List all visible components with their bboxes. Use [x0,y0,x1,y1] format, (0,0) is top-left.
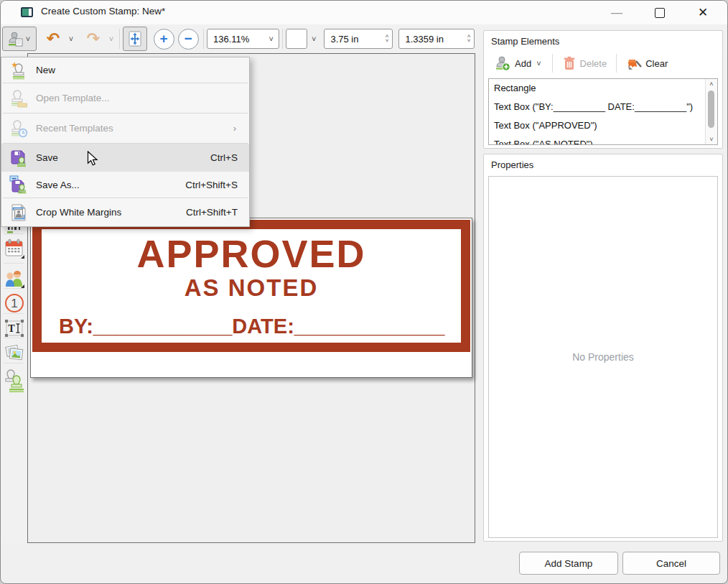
names-tool-button[interactable] [2,266,26,289]
menu-item-recent-templates[interactable]: Recent Templates › [1,113,249,143]
recent-templates-icon [4,119,33,138]
image-tool-button[interactable] [2,340,26,364]
stamp-approved-text[interactable]: APPROVED [42,234,461,273]
properties-title: Properties [484,154,722,173]
stamp-height-spinner[interactable]: 1.3359 in ˄˅ [398,29,475,49]
list-item-textbox-as-noted[interactable]: Text Box ("AS NOTED") [489,135,717,145]
properties-content: No Properties [488,176,718,538]
add-element-label: Add [515,58,531,69]
separator [119,29,120,49]
properties-panel: Properties No Properties [483,154,723,542]
stamp-elements-title: Stamp Elements [484,31,722,50]
list-item-textbox-approved[interactable]: Text Box ("APPROVED") [489,116,717,135]
menu-item-shortcut: Ctrl+Shift+T [186,207,246,218]
redo-dropdown[interactable]: ˅ [106,27,116,51]
stamp-page[interactable]: APPROVED AS NOTED BY:____________ DATE:_… [30,218,472,378]
svg-text:T: T [8,323,15,334]
stamp-rectangle-element[interactable]: APPROVED AS NOTED BY:____________ DATE:_… [32,220,470,352]
menu-item-shortcut: Ctrl+S [210,152,246,163]
flyout-indicator [21,255,24,259]
fit-page-button[interactable] [123,27,147,51]
stamp-elements-panel: Stamp Elements Add ˅ [483,30,723,149]
delete-element-label: Delete [580,58,607,69]
separator [552,54,553,73]
text-box-icon: T [4,319,24,338]
zoom-level-value: 136.11% [207,34,268,45]
stamp-template-icon [7,30,24,47]
chevron-down-icon: ˅ [307,34,320,43]
spinner-arrows[interactable]: ˄˅ [386,34,393,43]
redo-icon: ↷ [87,31,100,47]
undo-icon: ↶ [47,31,60,47]
menu-item-shortcut: Ctrl+Shift+S [185,180,246,190]
create-custom-stamp-dialog: Create Custom Stamp: New* — ✕ ˅ ↶ ˅ ↷ ˅ [0,0,728,584]
app-icon [21,7,33,17]
scroll-up-icon[interactable]: ˄ [706,79,717,89]
clear-elements-button[interactable]: Clear [620,52,673,74]
stamp-width-spinner[interactable]: 3.75 in ˄˅ [324,29,393,49]
cancel-button[interactable]: Cancel [622,552,720,575]
open-template-icon [4,89,33,108]
stamp-as-noted-text[interactable]: AS NOTED [42,276,461,300]
trash-icon [562,55,577,71]
stamp-date-label: DATE:_____________ [232,315,444,338]
no-properties-text: No Properties [572,351,634,363]
zoom-out-button[interactable]: − [176,27,200,51]
mouse-cursor [87,151,99,167]
list-item-rectangle[interactable]: Rectangle [489,79,717,98]
zoom-in-button[interactable]: + [151,27,176,51]
title-bar: Create Custom Stamp: New* — ✕ [1,1,727,24]
submenu-arrow-icon: › [233,123,246,134]
chevron-down-icon: ˅ [268,34,279,43]
spinner-arrows[interactable]: ˄˅ [467,34,475,43]
text-box-tool-button[interactable]: T [2,316,26,340]
images-icon [4,343,24,362]
scrollbar-thumb[interactable] [708,91,714,128]
stamp-height-value: 1.3359 in [399,34,467,45]
svg-text:1: 1 [11,297,17,310]
undo-dropdown[interactable]: ˅ [66,27,76,51]
stamp-template-menu-button[interactable]: ˅ [2,27,37,51]
close-button[interactable]: ✕ [689,2,717,23]
broom-icon [626,55,642,71]
add-stamp-button[interactable]: Add Stamp [519,552,618,575]
stamp-elements-toolbar: Add ˅ Delete [484,50,722,77]
color-picker-combo[interactable]: ˅ [286,29,320,49]
minimize-button[interactable]: — [602,2,631,23]
zoom-level-combo[interactable]: 136.11% ˅ [207,29,279,49]
color-swatch [286,29,307,49]
date-tool-button[interactable] [2,236,26,260]
chevron-down-icon: ˅ [535,59,542,68]
number-tool-button[interactable]: 1 [2,291,26,315]
menu-item-label: Crop White Margins [36,207,121,218]
menu-item-crop-white-margins[interactable]: Crop White Margins Ctrl+Shift+T [1,198,249,226]
menu-item-open-template[interactable]: Open Template... [1,83,249,113]
redo-button[interactable]: ↷ [80,27,106,51]
scroll-down-icon[interactable]: ˅ [706,134,717,144]
clear-elements-label: Clear [645,58,668,69]
new-stamp-icon [4,61,33,80]
stamp-by-label: BY:____________ [59,315,232,338]
stamp-elements-list[interactable]: Rectangle Text Box ("BY:__________ DATE:… [488,78,718,145]
menu-item-label: New [36,65,55,75]
dialog-title: Create Custom Stamp: New* [41,6,165,17]
stamp-by-date-text[interactable]: BY:____________ DATE:_____________ [42,315,461,338]
menu-item-save-as[interactable]: Save As... Ctrl+Shift+S [1,172,249,198]
maximize-button[interactable] [645,2,674,23]
stamp-icon [4,369,25,393]
stamp-tool-button[interactable] [2,366,26,395]
separator [203,29,204,49]
save-as-icon [4,175,33,194]
menu-item-new[interactable]: New [1,57,249,83]
menu-item-save[interactable]: Save Ctrl+S [1,144,249,172]
list-item-textbox-by-date[interactable]: Text Box ("BY:__________ DATE:__________… [489,98,717,116]
add-stamp-icon [494,55,511,72]
zoom-in-icon: + [154,29,174,50]
list-scrollbar[interactable]: ˄ ˅ [705,79,717,144]
stamp-template-menu: New Open Template... [1,57,250,227]
separator [616,54,617,73]
menu-item-label: Recent Templates [36,123,113,134]
add-element-button[interactable]: Add ˅ [488,52,549,75]
undo-button[interactable]: ↶ [40,27,66,51]
delete-element-button[interactable]: Delete [556,52,613,74]
